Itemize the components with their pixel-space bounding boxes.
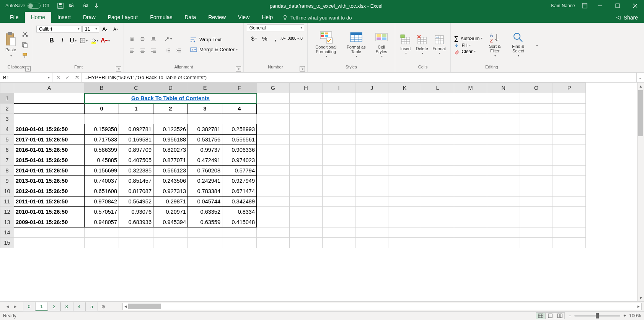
font-color-button[interactable]: A — [100, 36, 110, 45]
col-header[interactable]: I — [323, 83, 355, 93]
col-header[interactable]: P — [553, 83, 586, 93]
data-cell[interactable]: 0.564952 — [119, 197, 153, 207]
row-header[interactable]: 7 — [0, 155, 14, 166]
data-cell[interactable]: 0.045744 — [188, 197, 222, 207]
timestamp-cell[interactable]: 2010-01-01 15:26:50 — [14, 207, 85, 217]
tab-review[interactable]: Review — [202, 12, 232, 23]
data-cell[interactable]: 0.948057 — [85, 217, 119, 227]
tell-me-search[interactable]: Tell me what you want to do — [282, 15, 352, 23]
ribbon-options-icon[interactable] — [578, 0, 591, 11]
timestamp-cell[interactable]: 2016-01-01 15:26:50 — [14, 145, 85, 155]
format-painter-button[interactable] — [20, 51, 30, 60]
align-bottom-button[interactable] — [148, 34, 158, 44]
data-cell[interactable]: 0.717533 — [85, 135, 119, 145]
timestamp-cell[interactable]: 2015-01-01 15:26:50 — [14, 155, 85, 166]
col-header[interactable]: G — [257, 83, 290, 93]
sheet-tab[interactable]: 4 — [73, 302, 86, 311]
data-cell[interactable]: 0.817087 — [119, 186, 153, 197]
data-cell[interactable]: 0.820273 — [153, 145, 188, 155]
col-header[interactable]: K — [388, 83, 421, 93]
zoom-slider[interactable] — [574, 315, 620, 317]
scroll-left-icon[interactable]: ◄ — [123, 303, 128, 310]
clear-button[interactable]: Clear — [454, 49, 483, 54]
bold-button[interactable]: B — [47, 36, 57, 45]
timestamp-cell[interactable]: 2014-01-01 15:26:50 — [14, 166, 85, 176]
wrap-text-button[interactable]: Wrap Text — [187, 36, 240, 44]
copy-button[interactable] — [20, 40, 30, 49]
data-cell[interactable]: 0.683936 — [119, 217, 153, 227]
redo-icon[interactable] — [81, 3, 88, 9]
fx-label[interactable]: fx — [73, 73, 82, 82]
fill-button[interactable]: Fill — [454, 43, 483, 48]
zoom-level[interactable]: 100% — [629, 313, 641, 318]
new-sheet-button[interactable]: ⊕ — [98, 302, 109, 311]
data-cell[interactable]: 0.159358 — [85, 124, 119, 135]
row-header[interactable]: 5 — [0, 135, 14, 145]
tab-page-layout[interactable]: Page Layout — [102, 12, 144, 23]
row-header[interactable]: 2 — [0, 104, 14, 114]
tab-file[interactable]: File — [4, 12, 25, 23]
scroll-down-icon[interactable]: ▼ — [637, 294, 644, 301]
row-header[interactable]: 4 — [0, 124, 14, 135]
sheet-tab[interactable]: 0 — [23, 302, 36, 311]
zoom-in-button[interactable]: + — [623, 313, 626, 318]
tab-data[interactable]: Data — [179, 12, 202, 23]
col-header[interactable]: B — [85, 83, 119, 93]
timestamp-cell[interactable]: 2017-01-01 15:26:50 — [14, 135, 85, 145]
data-cell[interactable]: 0.472491 — [188, 155, 222, 166]
col-header[interactable]: L — [421, 83, 454, 93]
data-cell[interactable]: 0.974023 — [222, 155, 257, 166]
zoom-out-button[interactable]: − — [569, 313, 571, 318]
close-button[interactable] — [626, 0, 644, 11]
touch-mode-icon[interactable] — [93, 3, 99, 9]
data-cell[interactable]: 0.956188 — [153, 135, 188, 145]
data-cell[interactable]: 0.760208 — [188, 166, 222, 176]
expand-formula-bar-button[interactable]: ⌄ — [636, 73, 644, 82]
tab-draw[interactable]: Draw — [77, 12, 102, 23]
name-box[interactable]: B1 — [0, 73, 52, 82]
data-cell[interactable]: 0.169581 — [119, 135, 153, 145]
timestamp-cell[interactable]: 2009-01-01 15:26:50 — [14, 217, 85, 227]
scroll-right-icon[interactable]: ► — [636, 303, 641, 310]
select-all-corner[interactable] — [0, 83, 14, 93]
data-cell[interactable]: 0.531756 — [188, 135, 222, 145]
dialog-launcher-icon[interactable]: ↘ — [25, 66, 31, 71]
minimize-button[interactable] — [591, 0, 609, 11]
col-header[interactable]: J — [355, 83, 388, 93]
col-header[interactable]: D — [153, 83, 188, 93]
col-header[interactable]: C — [119, 83, 153, 93]
data-cell[interactable]: 0.415048 — [222, 217, 257, 227]
data-cell[interactable]: 0.783384 — [188, 186, 222, 197]
data-cell[interactable]: 0.906336 — [222, 145, 257, 155]
cell-grid[interactable]: A B C D E F G H I J K L M N O P 1 Go Bac… — [0, 83, 637, 301]
insert-cells-button[interactable]: Insert — [398, 33, 413, 56]
share-button[interactable]: Share — [609, 15, 644, 23]
data-cell[interactable]: 0.407505 — [119, 155, 153, 166]
data-cell[interactable]: 0.671474 — [222, 186, 257, 197]
row-header[interactable]: 13 — [0, 217, 14, 227]
data-cell[interactable]: 0.382781 — [188, 124, 222, 135]
col-header[interactable]: E — [188, 83, 222, 93]
data-cell[interactable]: 0.945394 — [153, 217, 188, 227]
data-cell[interactable]: 0.927949 — [222, 176, 257, 186]
percent-button[interactable]: % — [260, 34, 270, 43]
sheet-tab[interactable]: 2 — [48, 302, 60, 311]
sheet-tab[interactable]: 3 — [60, 302, 73, 311]
data-header[interactable]: 2 — [153, 104, 188, 114]
scroll-thumb[interactable] — [128, 304, 161, 309]
toggle-switch[interactable] — [28, 3, 41, 9]
orientation-button[interactable] — [163, 34, 173, 44]
data-cell[interactable]: 0.092781 — [119, 124, 153, 135]
delete-cells-button[interactable]: Delete — [414, 33, 430, 56]
row-header[interactable]: 10 — [0, 186, 14, 197]
row-header[interactable]: 9 — [0, 176, 14, 186]
cancel-formula-icon[interactable]: ✕ — [55, 75, 62, 80]
autosave-toggle[interactable]: AutoSave Off — [0, 3, 53, 9]
row-header[interactable]: 3 — [0, 114, 14, 124]
col-header[interactable]: F — [222, 83, 257, 93]
font-size-select[interactable]: 11 — [82, 26, 99, 32]
grow-font-button[interactable]: A▴ — [100, 24, 110, 34]
decrease-decimal-button[interactable]: .00→.0 — [292, 34, 302, 43]
data-cell[interactable]: 0.29871 — [153, 197, 188, 207]
data-header[interactable]: 0 — [85, 104, 119, 114]
